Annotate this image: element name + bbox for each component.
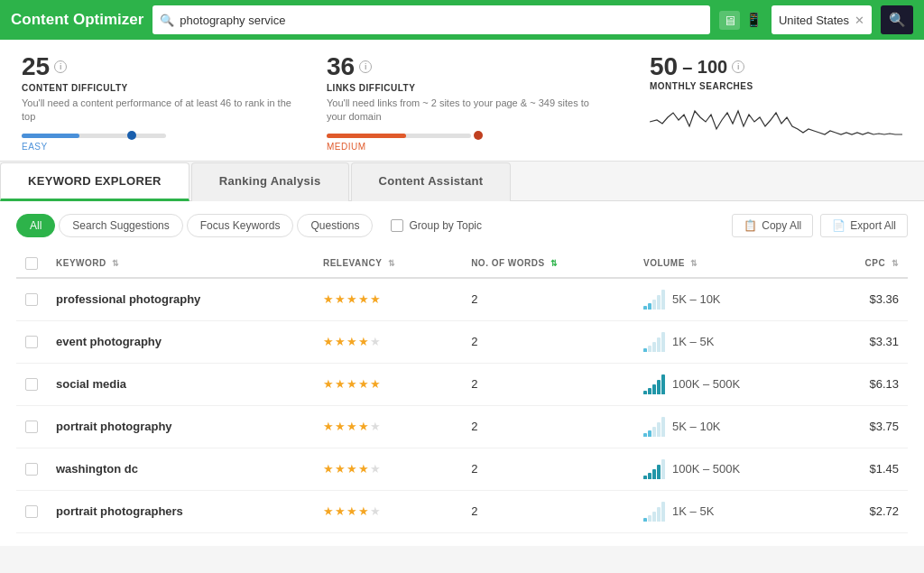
content-bar-label: EASY (22, 142, 300, 152)
select-all-checkbox[interactable] (25, 257, 38, 270)
search-icon: 🔍 (160, 14, 174, 27)
row-checkbox-0[interactable] (25, 293, 38, 306)
search-input[interactable] (180, 14, 703, 27)
words-cell: 2 (462, 490, 634, 532)
search-bar: 🔍 (152, 5, 710, 34)
group-by-topic[interactable]: Group by Topic (391, 219, 482, 232)
row-checkbox-1[interactable] (25, 336, 38, 348)
monthly-searches-number: 50 – 100 i (650, 52, 902, 81)
copy-icon: 📋 (744, 219, 757, 232)
keyword-table: KEYWORD ⇅ RELEVANCY ⇅ NO. OF WORDS ⇅ VOL… (16, 250, 908, 533)
export-icon: 📄 (832, 219, 845, 232)
location-clear-icon[interactable]: ✕ (855, 14, 864, 27)
volume-bars (643, 417, 665, 437)
relevancy-sort-icon[interactable]: ⇅ (388, 259, 396, 268)
group-by-topic-checkbox[interactable] (391, 219, 403, 232)
volume-sort-icon[interactable]: ⇅ (690, 259, 698, 268)
filter-questions-button[interactable]: Questions (297, 214, 373, 237)
filter-focus-keywords-button[interactable]: Focus Keywords (187, 214, 294, 237)
content-area: All Search Suggestions Focus Keywords Qu… (0, 201, 924, 546)
table-body: professional photography ★★★★★ 2 5K – 10… (16, 278, 908, 533)
links-difficulty-desc: You'll need links from ~ 2 sites to your… (327, 97, 605, 125)
words-cell: 2 (462, 363, 634, 405)
device-icons: 🖥 📱 (719, 11, 762, 30)
table-row: event photography ★★★★★ 2 1K – 5K $3.31 (16, 320, 908, 363)
tab-content-assistant[interactable]: Content Assistant (351, 162, 512, 201)
keyword-cell: social media (47, 363, 314, 405)
cpc-cell: $3.36 (823, 278, 908, 321)
volume-cell: 1K – 5K (634, 490, 823, 532)
tabs-row: KEYWORD EXPLORER Ranking Analysis Conten… (0, 162, 924, 201)
table-row: portrait photographers ★★★★★ 2 1K – 5K $… (16, 490, 908, 532)
volume-bars (643, 502, 665, 522)
filter-row: All Search Suggestions Focus Keywords Qu… (16, 214, 908, 237)
links-bar-bg (327, 134, 471, 138)
words-cell: 2 (462, 320, 634, 363)
tab-ranking-analysis[interactable]: Ranking Analysis (191, 162, 349, 201)
action-buttons: 📋 Copy All 📄 Export All (732, 214, 908, 237)
location-selector[interactable]: United States ✕ (772, 5, 872, 34)
row-checkbox-3[interactable] (25, 421, 38, 433)
monthly-range-suffix: – 100 (682, 57, 727, 78)
row-checkbox-2[interactable] (25, 378, 38, 391)
col-volume: VOLUME ⇅ (634, 250, 823, 278)
links-difficulty-bar: MEDIUM (327, 134, 605, 152)
table-row: social media ★★★★★ 2 100K – 500K $6.13 (16, 363, 908, 405)
volume-bars (643, 332, 665, 352)
relevancy-cell: ★★★★★ (314, 320, 462, 363)
keyword-cell: portrait photographers (47, 490, 314, 532)
col-words: NO. OF WORDS ⇅ (462, 250, 634, 278)
relevancy-cell: ★★★★★ (314, 448, 462, 490)
content-difficulty-bar: EASY (22, 134, 300, 152)
copy-all-button[interactable]: 📋 Copy All (732, 214, 813, 237)
cpc-sort-icon[interactable]: ⇅ (892, 259, 900, 268)
monthly-info-icon[interactable]: i (732, 60, 744, 73)
table-row: professional photography ★★★★★ 2 5K – 10… (16, 278, 908, 321)
filter-search-suggestions-button[interactable]: Search Suggestions (59, 214, 182, 237)
content-difficulty-info-icon[interactable]: i (54, 60, 67, 73)
relevancy-cell: ★★★★★ (314, 490, 462, 532)
content-bar-handle (127, 131, 136, 140)
cpc-cell: $6.13 (823, 363, 908, 405)
words-cell: 2 (462, 448, 634, 490)
relevancy-cell: ★★★★★ (314, 278, 462, 321)
cpc-cell: $2.72 (823, 490, 908, 532)
col-keyword: KEYWORD ⇅ (47, 250, 314, 278)
keyword-cell: professional photography (47, 278, 314, 321)
volume-bars (643, 459, 665, 479)
monthly-searches-block: 50 – 100 i MONTHLY SEARCHES (632, 52, 902, 144)
col-relevancy: RELEVANCY ⇅ (314, 250, 462, 278)
keyword-cell: event photography (47, 320, 314, 363)
links-difficulty-block: 36 i LINKS DIFFICULTY You'll need links … (327, 52, 632, 152)
content-difficulty-block: 25 i CONTENT DIFFICULTY You'll need a co… (22, 52, 327, 152)
mobile-icon[interactable]: 📱 (745, 12, 762, 28)
words-cell: 2 (462, 405, 634, 448)
keyword-cell: portrait photography (47, 405, 314, 448)
export-all-button[interactable]: 📄 Export All (820, 214, 908, 237)
words-sort-icon[interactable]: ⇅ (550, 259, 559, 268)
keyword-sort-icon[interactable]: ⇅ (112, 259, 120, 268)
search-button[interactable]: 🔍 (881, 5, 913, 34)
row-checkbox-5[interactable] (25, 505, 38, 518)
table-row: portrait photography ★★★★★ 2 5K – 10K $3… (16, 405, 908, 448)
cpc-cell: $3.31 (823, 320, 908, 363)
row-checkbox-4[interactable] (25, 463, 38, 476)
keyword-cell: washington dc (47, 448, 314, 490)
relevancy-cell: ★★★★★ (314, 363, 462, 405)
filter-all-button[interactable]: All (16, 214, 55, 237)
relevancy-cell: ★★★★★ (314, 405, 462, 448)
group-by-topic-label: Group by Topic (409, 219, 482, 232)
content-bar-bg (22, 134, 166, 138)
words-cell: 2 (462, 278, 634, 321)
content-bar-fill (22, 134, 79, 138)
links-difficulty-label: LINKS DIFFICULTY (327, 83, 605, 93)
content-difficulty-label: CONTENT DIFFICULTY (22, 83, 300, 93)
desktop-icon[interactable]: 🖥 (719, 11, 740, 30)
links-difficulty-info-icon[interactable]: i (359, 60, 372, 73)
tab-keyword-explorer[interactable]: KEYWORD EXPLORER (0, 162, 189, 201)
metrics-bar: 25 i CONTENT DIFFICULTY You'll need a co… (0, 40, 924, 162)
volume-cell: 5K – 10K (634, 278, 823, 321)
volume-cell: 5K – 10K (634, 405, 823, 448)
cpc-cell: $3.75 (823, 405, 908, 448)
volume-bars (643, 290, 665, 310)
